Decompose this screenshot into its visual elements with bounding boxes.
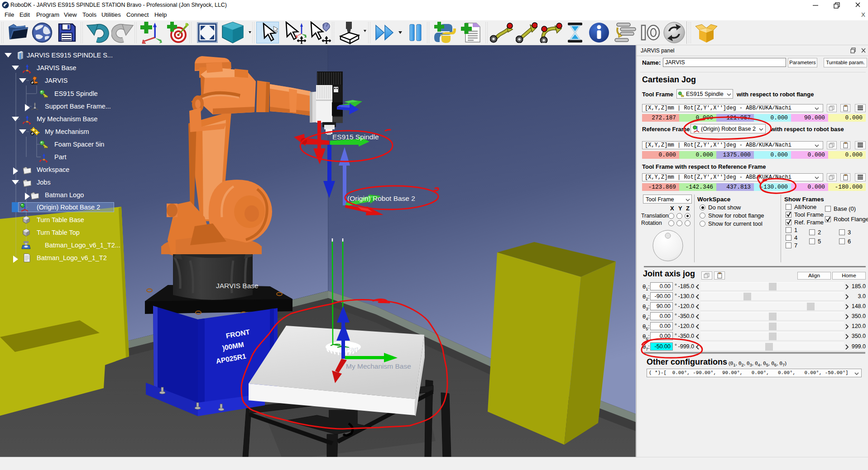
svg-text:ES915 Spindle: ES915 Spindle	[332, 133, 379, 141]
svg-text:Part: Part	[346, 345, 359, 353]
svg-text:(Origin) Robot Base 2: (Origin) Robot Base 2	[347, 195, 415, 202]
svg-text:JARVIS Base: JARVIS Base	[216, 282, 259, 290]
svg-text:My Mechanism Base: My Mechanism Base	[346, 362, 411, 370]
